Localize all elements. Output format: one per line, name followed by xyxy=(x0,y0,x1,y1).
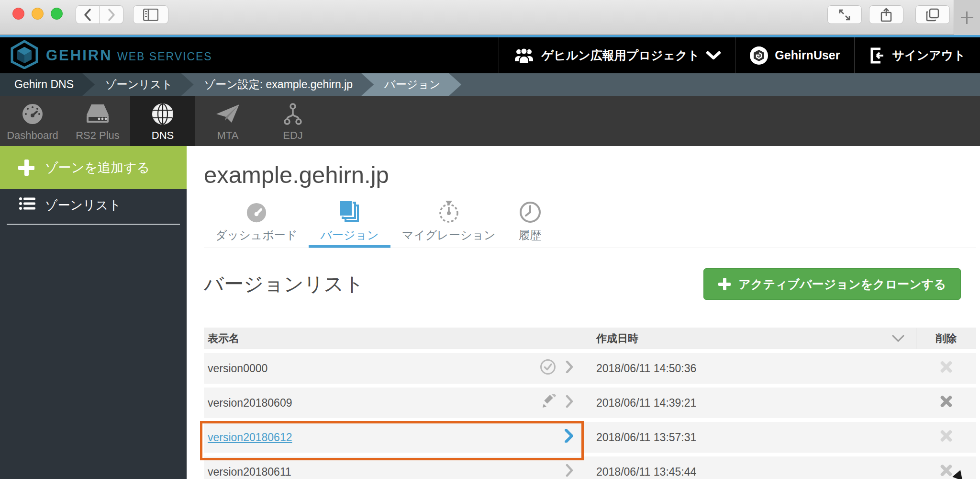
breadcrumb: Gehirn DNS ゾーンリスト ゾーン設定: example.gehirn.… xyxy=(0,73,980,96)
share-icon xyxy=(880,8,892,22)
delete-icon[interactable] xyxy=(940,395,952,408)
sort-chevron-icon[interactable] xyxy=(892,335,904,342)
version-name: version20180611 xyxy=(208,466,291,479)
created-at: 2018/06/11 14:50:36 xyxy=(582,362,916,375)
plus-icon xyxy=(718,278,731,290)
sidebar: ゾーンを追加する ゾーンリスト xyxy=(0,146,187,479)
tab-overview-icon xyxy=(926,8,939,22)
gauge-icon xyxy=(21,102,44,126)
list-icon xyxy=(19,197,35,214)
table-row: version20180611 2018/06/11 13:45:44 xyxy=(204,456,976,479)
user-name: GehirnUser xyxy=(775,48,840,62)
tab-label: マイグレーション xyxy=(402,228,496,243)
fullscreen-icon xyxy=(838,9,851,21)
breadcrumb-zone-settings[interactable]: ゾーン設定: example.gehirn.jp xyxy=(181,73,374,96)
share-button[interactable] xyxy=(869,5,903,24)
back-button[interactable] xyxy=(76,5,100,24)
clone-button-label: アクティブバージョンをクローンする xyxy=(738,276,946,292)
service-label: MTA xyxy=(217,129,239,142)
chevron-right-icon[interactable] xyxy=(566,464,573,479)
service-label: EDJ xyxy=(283,129,303,142)
section-title: バージョンリスト xyxy=(204,271,364,297)
project-switcher[interactable]: ゲヒルン広報用プロジェクト xyxy=(499,37,735,73)
main-content: example.gehirn.jp ダッシュボード バージョン マイグレーション xyxy=(187,146,980,479)
chevron-right-icon[interactable] xyxy=(565,429,573,445)
delete-icon[interactable] xyxy=(940,430,952,442)
forward-icon xyxy=(107,8,116,22)
service-mta[interactable]: MTA xyxy=(195,96,260,146)
table-row: version0000 2018/06/11 14:50:36 xyxy=(204,353,976,384)
server-icon xyxy=(85,102,111,126)
brand: GEHIRN WEB SERVICES xyxy=(0,37,499,73)
version-link[interactable]: version20180612 xyxy=(208,431,292,444)
brand-name: GEHIRN xyxy=(46,47,112,64)
delete-icon[interactable] xyxy=(940,464,952,477)
sidebar-toggle-icon xyxy=(143,9,158,21)
gauge-icon xyxy=(245,201,267,224)
zoom-window-button[interactable] xyxy=(51,8,63,20)
table-header: 表示名 作成日時 削除 xyxy=(204,328,976,349)
add-zone-label: ゾーンを追加する xyxy=(45,159,150,176)
version-name: version0000 xyxy=(208,362,267,375)
sidebar-toggle-button[interactable] xyxy=(133,5,168,24)
chevron-right-icon[interactable] xyxy=(566,395,573,411)
brand-sub: WEB SERVICES xyxy=(117,50,212,63)
paper-plane-icon xyxy=(215,102,240,126)
service-edj[interactable]: EDJ xyxy=(260,96,325,146)
globe-icon xyxy=(151,102,174,126)
tab-bar: ダッシュボード バージョン マイグレーション 履歴 xyxy=(204,201,976,248)
signout-button[interactable]: サインアウト xyxy=(854,37,980,73)
breadcrumb-zone-list[interactable]: ゾーンリスト xyxy=(82,73,194,96)
created-at: 2018/06/11 13:57:31 xyxy=(582,431,916,444)
service-dns[interactable]: DNS xyxy=(130,96,195,146)
edit-pencil-icon[interactable] xyxy=(542,394,556,411)
user-menu[interactable]: GehirnUser xyxy=(735,37,854,73)
version-name: version20180609 xyxy=(208,397,292,410)
service-nav: Dashboard RS2 Plus DNS MTA EDJ xyxy=(0,96,980,146)
created-at: 2018/06/11 14:39:21 xyxy=(582,397,916,410)
header-created-label: 作成日時 xyxy=(596,331,638,346)
tab-history[interactable]: 履歴 xyxy=(507,201,553,248)
service-rs2-plus[interactable]: RS2 Plus xyxy=(65,96,130,146)
clone-active-version-button[interactable]: アクティブバージョンをクローンする xyxy=(703,268,961,300)
app-header: GEHIRN WEB SERVICES ゲヒルン広報用プロジェクト Gehirn… xyxy=(0,37,980,73)
tab-label: ダッシュボード xyxy=(215,228,297,243)
gehirn-logo-icon xyxy=(11,40,38,71)
new-tab-button[interactable] xyxy=(954,0,980,35)
branch-icon xyxy=(283,102,302,126)
tab-label: バージョン xyxy=(320,228,379,243)
tab-migration[interactable]: マイグレーション xyxy=(390,201,507,248)
sidebar-add-zone-button[interactable]: ゾーンを追加する xyxy=(0,146,187,189)
breadcrumb-version[interactable]: バージョン xyxy=(361,73,461,96)
breadcrumb-gehirn-dns[interactable]: Gehirn DNS xyxy=(0,73,95,96)
sidebar-divider xyxy=(7,224,180,225)
forward-button[interactable] xyxy=(100,5,123,24)
tab-version[interactable]: バージョン xyxy=(309,201,390,248)
fullscreen-button[interactable] xyxy=(827,5,862,24)
service-label: RS2 Plus xyxy=(76,129,120,142)
stopwatch-icon xyxy=(438,201,460,224)
chevron-right-icon[interactable] xyxy=(566,361,573,376)
table-row: version20180609 2018/06/11 14:39:21 xyxy=(204,388,976,418)
clock-icon xyxy=(519,201,542,224)
avatar xyxy=(750,46,768,65)
header-created: 作成日時 xyxy=(582,331,916,346)
tab-dashboard[interactable]: ダッシュボード xyxy=(204,201,309,248)
service-label: DNS xyxy=(152,129,174,142)
header-delete: 削除 xyxy=(916,328,976,349)
created-at: 2018/06/11 13:45:44 xyxy=(582,466,916,479)
versions-icon xyxy=(338,201,362,224)
close-window-button[interactable] xyxy=(12,8,24,20)
service-dashboard[interactable]: Dashboard xyxy=(0,96,65,146)
table-row-highlighted: version20180612 2018/06/11 13:57:31 xyxy=(204,422,976,453)
minimize-window-button[interactable] xyxy=(32,8,44,20)
page-title: example.gehirn.jp xyxy=(204,161,976,188)
signout-icon xyxy=(869,47,885,64)
tab-overview-button[interactable] xyxy=(915,5,950,24)
browser-toolbar xyxy=(0,0,980,35)
chevron-down-icon xyxy=(706,51,721,60)
back-icon xyxy=(83,8,92,22)
sidebar-item-zone-list[interactable]: ゾーンリスト xyxy=(0,189,187,221)
delete-icon[interactable] xyxy=(940,361,952,373)
new-tab-icon xyxy=(961,11,973,24)
